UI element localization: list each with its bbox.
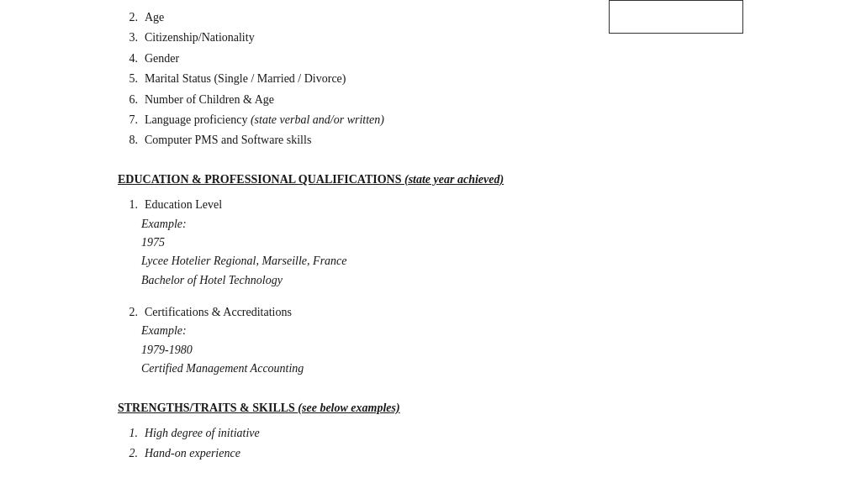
education-title-italic: (state year achieved) xyxy=(404,173,504,186)
list-num-8: 8. xyxy=(118,131,138,150)
list-item-computer: 8. Computer PMS and Software skills xyxy=(118,131,743,150)
list-item-gender: 4. Gender xyxy=(118,50,743,68)
list-text-children: Number of Children & Age xyxy=(145,91,274,109)
education-title-text: EDUCATION & PROFESSIONAL QUALIFICATIONS xyxy=(118,173,404,186)
edu-line2-1: Bachelor of Hotel Technology xyxy=(141,274,283,286)
main-content: 2. Age 3. Citizenship/Nationality 4. Gen… xyxy=(0,0,861,482)
list-text-marital: Marital Status (Single / Married / Divor… xyxy=(145,70,346,88)
list-item-marital: 5. Marital Status (Single / Married / Di… xyxy=(118,70,743,88)
strength-item-2: 2. Hand-on experience xyxy=(118,444,743,463)
strengths-section: STRENGTHS/TRAITS & SKILLS (see below exa… xyxy=(118,399,743,464)
strength-text-1: High degree of initiative xyxy=(145,424,260,443)
list-text-gender: Gender xyxy=(145,50,179,68)
strength-num-2: 2. xyxy=(118,444,138,463)
page: 2. Age 3. Citizenship/Nationality 4. Gen… xyxy=(0,0,861,504)
edu-year-1: 1975 xyxy=(141,236,165,249)
edu-example-1: Example: xyxy=(141,218,187,230)
education-title: EDUCATION & PROFESSIONAL QUALIFICATIONS … xyxy=(118,171,743,189)
education-section: EDUCATION & PROFESSIONAL QUALIFICATIONS … xyxy=(118,171,743,379)
list-item-children: 6. Number of Children & Age xyxy=(118,91,743,109)
list-item-language: 7. Language proficiency (state verbal an… xyxy=(118,111,743,129)
education-item-2-header: 2. Certifications & Accreditations xyxy=(118,303,743,322)
list-num-5: 5. xyxy=(118,70,138,88)
edu-line1-2: Certified Management Accounting xyxy=(141,362,304,375)
education-item-1: 1. Education Level Example: 1975 Lycee H… xyxy=(118,196,743,290)
edu-sub-2: Example: 1979-1980 Certified Management … xyxy=(141,322,743,378)
list-text-citizenship: Citizenship/Nationality xyxy=(145,29,255,47)
edu-year-2: 1979-1980 xyxy=(141,344,193,356)
list-text-age: Age xyxy=(145,8,164,27)
list-num-6: 6. xyxy=(118,91,138,109)
list-num-3: 3. xyxy=(118,29,138,47)
strength-item-1: 1. High degree of initiative xyxy=(118,424,743,443)
edu-label-1: Education Level xyxy=(145,196,222,214)
list-num-7: 7. xyxy=(118,111,138,129)
strengths-title-text: STRENGTHS/TRAITS & SKILLS xyxy=(118,402,298,414)
list-text-computer: Computer PMS and Software skills xyxy=(145,131,311,150)
list-num-4: 4. xyxy=(118,50,138,68)
edu-num-2: 2. xyxy=(118,303,138,322)
strengths-title-italic: (see below examples) xyxy=(298,402,399,414)
top-right-box xyxy=(609,0,743,34)
list-text-language-italic: (state verbal and/or written) xyxy=(251,113,384,126)
edu-line1-1: Lycee Hotelier Regional, Marseille, Fran… xyxy=(141,255,347,267)
strength-num-1: 1. xyxy=(118,424,138,443)
strengths-list: 1. High degree of initiative 2. Hand-on … xyxy=(118,424,743,464)
education-item-2: 2. Certifications & Accreditations Examp… xyxy=(118,303,743,379)
strengths-title: STRENGTHS/TRAITS & SKILLS (see below exa… xyxy=(118,399,743,417)
edu-sub-1: Example: 1975 Lycee Hotelier Regional, M… xyxy=(141,215,743,291)
edu-example-2: Example: xyxy=(141,324,187,337)
list-text-language: Language proficiency (state verbal and/o… xyxy=(145,111,384,129)
education-item-1-header: 1. Education Level xyxy=(118,196,743,214)
edu-num-1: 1. xyxy=(118,196,138,214)
list-num-2: 2. xyxy=(118,8,138,27)
edu-label-2: Certifications & Accreditations xyxy=(145,303,292,322)
strength-text-2: Hand-on experience xyxy=(145,444,240,463)
